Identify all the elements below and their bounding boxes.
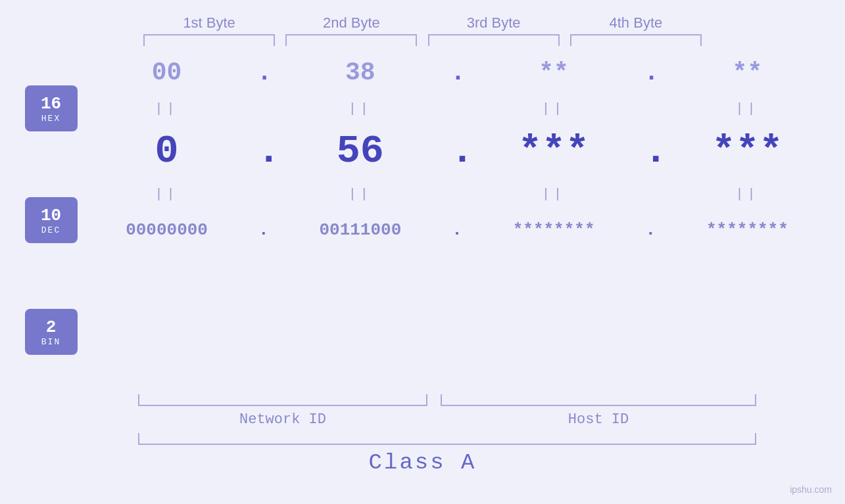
hex-number: 16 <box>41 94 61 114</box>
header-row: 1st Byte 2nd Byte 3rd Byte 4th Byte <box>0 0 845 32</box>
bracket-byte-2 <box>285 34 417 46</box>
main-container: 1st Byte 2nd Byte 3rd Byte 4th Byte 16 H… <box>0 0 845 504</box>
dec-dot-3: . <box>644 129 657 173</box>
sep-2-b2: || <box>295 187 426 202</box>
byte-4-label: 4th Byte <box>570 14 702 32</box>
id-labels-row: Network ID Host ID <box>138 411 756 428</box>
bin-byte-1: 00000000 <box>101 220 233 240</box>
bracket-byte-3 <box>428 34 560 46</box>
bin-badge: 2 BIN <box>25 309 78 355</box>
sep-2-b4: || <box>681 187 813 202</box>
hex-byte-2: 38 <box>295 58 426 87</box>
bin-dot-2: . <box>450 220 464 240</box>
hex-dot-1: . <box>257 58 270 87</box>
sep-1-b2: || <box>295 101 426 116</box>
hex-dot-3: . <box>644 58 657 87</box>
byte-2-label: 2nd Byte <box>285 14 417 32</box>
bin-byte-4: ******** <box>681 220 813 240</box>
hex-sub: HEX <box>41 114 60 124</box>
dec-sub: DEC <box>41 225 60 235</box>
host-id-label-container: Host ID <box>441 411 756 428</box>
rows-wrapper: 16 HEX 10 DEC 2 BIN 00 . 38 . ** . ** <box>0 46 845 394</box>
hex-data-row: 00 . 38 . ** . ** <box>89 46 825 99</box>
hex-byte-3: ** <box>488 58 619 87</box>
top-brackets <box>0 32 845 46</box>
dec-badge: 10 DEC <box>25 197 78 243</box>
bin-number: 2 <box>46 317 57 337</box>
hex-byte-1: 00 <box>101 58 233 87</box>
bin-dot-1: . <box>257 220 270 240</box>
dec-byte-4: *** <box>681 129 813 173</box>
sep-2-b3: || <box>488 187 619 202</box>
sep-1-b1: || <box>101 101 233 116</box>
hex-badge: 16 HEX <box>25 85 78 131</box>
byte-3-label: 3rd Byte <box>428 14 560 32</box>
nw-host-bracket-row <box>138 394 756 406</box>
bin-sub: BIN <box>41 337 60 347</box>
bin-byte-2: 00111000 <box>295 220 426 240</box>
sep-row-1: || || || || <box>89 99 825 118</box>
byte-1-label: 1st Byte <box>143 14 275 32</box>
bin-data-row: 00000000 . 00111000 . ******** . *******… <box>89 204 825 256</box>
bracket-byte-4 <box>570 34 702 46</box>
dec-dot-1: . <box>257 129 270 173</box>
bin-dot-3: . <box>644 220 657 240</box>
network-id-bracket <box>138 394 427 406</box>
dec-data-row: 0 . 56 . *** . *** <box>89 118 825 184</box>
sep-2-b1: || <box>101 187 233 202</box>
sep-1-b4: || <box>681 101 813 116</box>
bracket-byte-1 <box>143 34 275 46</box>
hex-dot-2: . <box>450 58 464 87</box>
dec-byte-3: *** <box>488 129 619 173</box>
class-a-container: Class A <box>0 450 845 475</box>
dec-dot-2: . <box>450 129 464 173</box>
network-id-label-container: Network ID <box>138 411 427 428</box>
badges-col: 16 HEX 10 DEC 2 BIN <box>0 46 89 394</box>
sep-row-2: || || || || <box>89 184 825 204</box>
bin-byte-3: ******** <box>488 220 619 240</box>
dec-byte-1: 0 <box>101 129 233 173</box>
watermark: ipshu.com <box>790 484 832 495</box>
dec-byte-2: 56 <box>295 129 426 173</box>
dec-number: 10 <box>41 206 61 225</box>
host-id-bracket <box>441 394 756 406</box>
hex-byte-4: ** <box>681 58 813 87</box>
class-a-label: Class A <box>369 450 477 475</box>
host-id-label: Host ID <box>568 411 629 428</box>
data-area: 00 . 38 . ** . ** || || || || 0 . <box>89 46 845 394</box>
class-a-bracket <box>138 433 756 445</box>
sep-1-b3: || <box>488 101 619 116</box>
network-id-label: Network ID <box>239 411 326 428</box>
